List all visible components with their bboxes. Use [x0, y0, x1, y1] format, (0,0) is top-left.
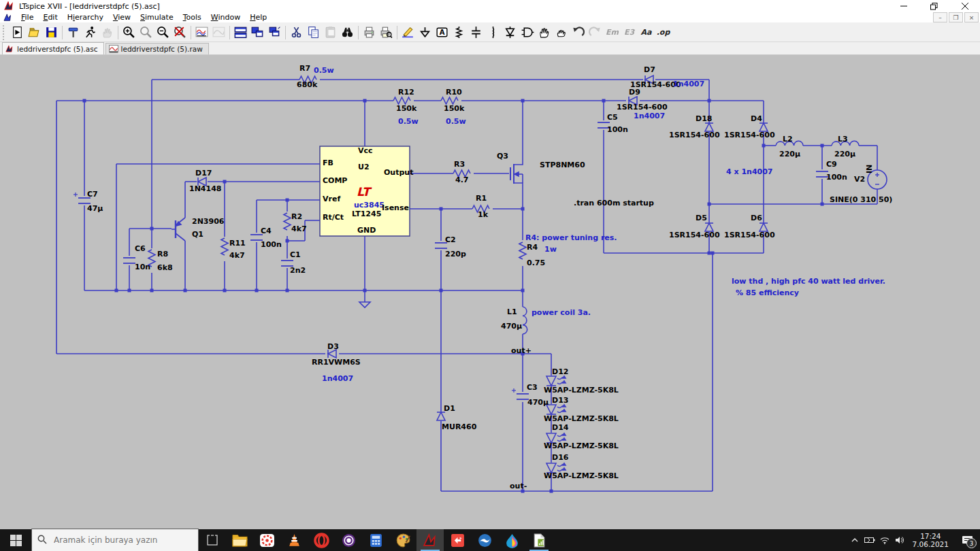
- schematic-label[interactable]: 4 x 1n4007: [726, 167, 773, 176]
- wire-button[interactable]: [399, 24, 416, 41]
- schematic-label[interactable]: 1n4007: [322, 374, 353, 383]
- schematic-label[interactable]: out-: [510, 482, 527, 490]
- schematic-label[interactable]: D4: [751, 114, 762, 123]
- schematic-label[interactable]: Vref: [323, 195, 340, 203]
- plot-settings-button[interactable]: [210, 24, 227, 41]
- menu-help[interactable]: Help: [245, 13, 272, 22]
- canvas-background[interactable]: [0, 53, 980, 529]
- schematic-label[interactable]: 1SR154-600: [724, 131, 775, 139]
- schematic-label[interactable]: 1SR154-600: [669, 231, 720, 239]
- restore-button[interactable]: [919, 0, 949, 12]
- schematic-label[interactable]: C4: [261, 227, 272, 235]
- cascade-button[interactable]: [266, 24, 283, 41]
- taskbar-app-opera[interactable]: [308, 529, 335, 551]
- text-button[interactable]: Aa: [638, 24, 655, 41]
- zoom-out-button[interactable]: [154, 24, 172, 41]
- schematic-label[interactable]: Output: [384, 168, 413, 177]
- schematic-label[interactable]: 1n4007: [673, 80, 704, 88]
- schematic-label[interactable]: C5: [607, 113, 618, 122]
- net-label-button[interactable]: A: [434, 24, 451, 41]
- undo-button[interactable]: [570, 24, 587, 41]
- schematic-label[interactable]: Q3: [497, 152, 508, 161]
- tray-volume-icon[interactable]: [892, 529, 907, 551]
- schematic-label[interactable]: D18: [696, 114, 712, 123]
- print-button[interactable]: [361, 24, 378, 41]
- schematic-label[interactable]: Isense: [382, 203, 409, 212]
- schematic-label[interactable]: 1N4148: [189, 184, 221, 193]
- inductor-button[interactable]: [485, 24, 502, 41]
- tab-waveform[interactable]: leddriverstdpfc (5).raw: [105, 43, 209, 54]
- zoom-area-button[interactable]: [137, 24, 154, 41]
- schematic-label[interactable]: 100n: [607, 125, 628, 134]
- schematic-label[interactable]: 220p: [445, 250, 466, 258]
- schematic-label[interactable]: W5AP-LZMZ-5K8L: [544, 441, 619, 450]
- schematic-label[interactable]: L2: [783, 135, 793, 144]
- start-button[interactable]: [0, 529, 31, 551]
- schematic-label[interactable]: D5: [696, 214, 707, 222]
- schematic-label[interactable]: 0.5w: [398, 117, 419, 126]
- schematic-label[interactable]: D14: [552, 423, 569, 432]
- schematic-label[interactable]: R12: [398, 88, 414, 97]
- schematic-label[interactable]: W5AP-LZMZ-5K8L: [544, 414, 619, 423]
- schematic-label[interactable]: D17: [195, 169, 212, 178]
- schematic-label[interactable]: 150k: [444, 104, 465, 113]
- zoom-fit-button[interactable]: [172, 24, 189, 41]
- taskbar-app-tor-browser[interactable]: [335, 529, 362, 551]
- schematic-label[interactable]: LT1245: [352, 210, 381, 218]
- taskbar-app-file-explorer[interactable]: [226, 529, 253, 551]
- component-button[interactable]: [519, 24, 536, 41]
- diode-button[interactable]: [502, 24, 519, 41]
- mdi-restore-button[interactable]: ❐: [949, 12, 963, 22]
- schematic-label[interactable]: L3: [838, 135, 848, 144]
- schematic-label[interactable]: R7: [299, 64, 310, 73]
- taskbar-app-libreoffice-calc[interactable]: [525, 529, 553, 551]
- schematic-label[interactable]: D12: [552, 367, 568, 376]
- capacitor-button[interactable]: [468, 24, 485, 41]
- close-button[interactable]: [949, 0, 980, 12]
- schematic-label[interactable]: 2n2: [290, 266, 306, 275]
- schematic-label[interactable]: D6: [751, 214, 762, 222]
- schematic-label[interactable]: 100n: [261, 240, 282, 249]
- schematic-label[interactable]: 10n: [135, 263, 150, 271]
- schematic-label[interactable]: 220µ: [779, 150, 800, 158]
- schematic-label[interactable]: 2N3906: [192, 217, 225, 226]
- control-panel-button[interactable]: [65, 24, 82, 41]
- schematic-label[interactable]: out+: [511, 346, 532, 355]
- schematic-label[interactable]: 680k: [297, 80, 318, 89]
- print-preview-button[interactable]: [378, 24, 395, 41]
- schematic-label[interactable]: low thd , high pfc 40 watt led driver.: [732, 277, 885, 286]
- tray-wifi-icon[interactable]: [877, 529, 892, 551]
- save-button[interactable]: [43, 24, 60, 41]
- halt-button[interactable]: [99, 24, 116, 41]
- schematic-label[interactable]: 1SR154-600: [724, 231, 775, 239]
- taskbar-app-red-app[interactable]: [444, 529, 471, 551]
- cut-button[interactable]: [288, 24, 305, 41]
- schematic-label[interactable]: 1k: [478, 210, 489, 219]
- zoom-in-button[interactable]: [120, 24, 137, 41]
- schematic-label[interactable]: U2: [358, 163, 370, 171]
- schematic-label[interactable]: W5AP-LZMZ-5K8L: [544, 471, 619, 480]
- schematic-label[interactable]: 150k: [396, 104, 417, 113]
- menu-window[interactable]: Window: [206, 13, 245, 22]
- schematic-label[interactable]: RR1VWM6S: [312, 358, 361, 367]
- schematic-label[interactable]: D9: [629, 88, 640, 97]
- taskbar-app-screen-recorder[interactable]: [253, 529, 280, 551]
- tab-schematic[interactable]: leddriverstdpfc (5).asc: [2, 42, 104, 54]
- schematic-label[interactable]: 6k8: [157, 263, 173, 272]
- schematic-label[interactable]: power coil 3a.: [532, 308, 591, 317]
- schematic-label[interactable]: C7: [87, 190, 98, 199]
- toolbar-grip[interactable]: [3, 25, 7, 40]
- schematic-label[interactable]: .tran 600m startup: [574, 199, 654, 207]
- menu-hierarchy[interactable]: Hierarchy: [63, 13, 108, 22]
- schematic-label[interactable]: 1SR154-600: [617, 103, 668, 112]
- taskbar-app-paint[interactable]: [389, 529, 416, 551]
- schematic-label[interactable]: W5AP-LZMZ-5K8L: [544, 386, 619, 395]
- schematic-label[interactable]: 4k7: [229, 251, 245, 260]
- waveform-pane-button[interactable]: [193, 24, 210, 41]
- minimize-button[interactable]: [888, 0, 919, 12]
- schematic-label[interactable]: Rt/Ct: [323, 213, 344, 222]
- schematic-label[interactable]: Vcc: [358, 146, 373, 155]
- taskbar-search[interactable]: [31, 529, 199, 551]
- schematic-label[interactable]: 1n4007: [634, 112, 665, 120]
- schematic-label[interactable]: R2: [291, 212, 302, 221]
